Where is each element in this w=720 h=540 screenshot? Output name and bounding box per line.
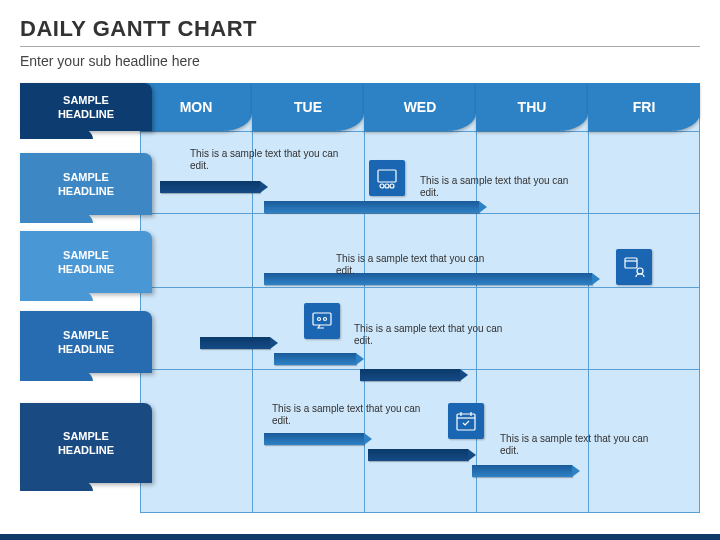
row-header-4: SAMPLE HEADLINE [20,311,152,373]
bar-r2-a [160,181,260,193]
bar-r5-c [472,465,572,477]
calendar-check-icon [448,403,484,439]
page-title: DAILY GANTT CHART [20,16,700,42]
row-header-3: SAMPLE HEADLINE [20,231,152,293]
note-3: This is a sample text that you can edit. [336,253,486,277]
svg-point-8 [318,318,321,321]
svg-rect-7 [313,313,331,325]
col-header-wed: WED [364,83,476,131]
divider [20,46,700,47]
svg-rect-0 [378,170,396,182]
svg-point-6 [637,268,643,274]
svg-point-2 [385,184,389,188]
svg-point-1 [380,184,384,188]
note-6: This is a sample text that you can edit. [500,433,650,457]
bar-r5-a [264,433,364,445]
svg-rect-10 [457,414,475,430]
svg-rect-4 [625,258,637,268]
bar-r4-c [360,369,460,381]
row-header-2: SAMPLE HEADLINE [20,153,152,215]
col-header-thu: THU [476,83,588,131]
bar-r5-b [368,449,468,461]
footer-accent [0,534,720,540]
svg-point-3 [390,184,394,188]
calendar-user-icon [616,249,652,285]
bar-r4-a [200,337,270,349]
chat-group-icon [304,303,340,339]
bar-r4-b [274,353,356,365]
note-1: This is a sample text that you can edit. [190,148,340,172]
row-header-1: SAMPLE HEADLINE [20,83,152,131]
svg-point-9 [324,318,327,321]
presentation-icon [369,160,405,196]
col-header-mon: MON [140,83,252,131]
note-4: This is a sample text that you can edit. [354,323,504,347]
bar-r2-b [264,201,479,213]
col-header-fri: FRI [588,83,700,131]
note-5: This is a sample text that you can edit. [272,403,422,427]
page-subtitle: Enter your sub headline here [20,53,700,69]
note-2: This is a sample text that you can edit. [420,175,570,199]
col-header-tue: TUE [252,83,364,131]
row-header-5: SAMPLE HEADLINE [20,403,152,483]
gantt-chart: MON TUE WED THU FRI SAMPLE HEADLINE SAMP… [20,83,700,513]
